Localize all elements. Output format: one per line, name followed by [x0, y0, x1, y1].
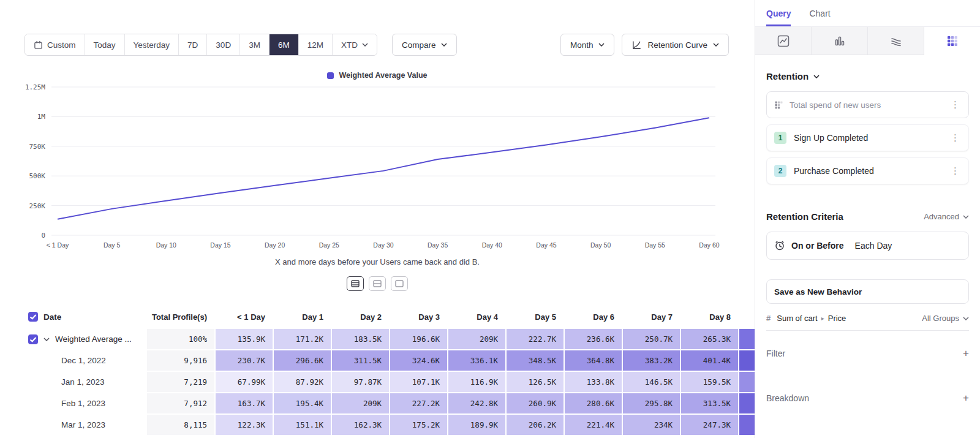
retention-value-cell-partial [739, 393, 755, 413]
retention-curve-icon [631, 40, 642, 50]
save-as-new-behavior-button[interactable]: Save as New Behavior [766, 279, 969, 304]
svg-text:1.25M: 1.25M [25, 83, 45, 91]
behavior-grid-icon [774, 100, 783, 110]
density-medium-button[interactable] [369, 276, 386, 291]
step-2[interactable]: 2Purchase Completed⋮ [766, 157, 969, 184]
measure-row[interactable]: # Sum of cart ▸ Price All Groups [766, 306, 969, 331]
retention-value-cell: 196.6K [390, 329, 447, 349]
table-row: Weighted Average ...100%135.9K171.2K183.… [0, 329, 755, 349]
retention-value-cell: 265.3K [681, 329, 738, 349]
retention-value-cell: 247.3K [681, 415, 738, 435]
condition-period: Each Day [855, 241, 892, 251]
all-groups-dropdown[interactable]: All Groups [922, 314, 969, 323]
retention-value-cell-partial [739, 415, 755, 435]
svg-text:0: 0 [41, 232, 45, 240]
table-header-row: DateTotal Profile(s)< 1 DayDay 1Day 2Day… [0, 306, 755, 328]
collapse-row-icon[interactable] [43, 338, 50, 341]
chart-area: 0250K500K750K1M1.25M< 1 DayDay 5Day 10Da… [16, 81, 755, 266]
row-date-label: Jan 1, 2023 [61, 377, 105, 387]
retention-criteria-row: Retention Criteria Advanced [766, 211, 969, 222]
total-profiles-cell: 8,115 [147, 415, 214, 435]
granularity-label: Month [570, 40, 594, 50]
step-more-options-icon[interactable]: ⋮ [949, 132, 961, 143]
svg-text:Day 60: Day 60 [699, 241, 719, 249]
retention-value-cell: 209K [448, 329, 505, 349]
retention-value-cell: 67.99K [216, 372, 273, 392]
chart-type-insights[interactable] [755, 27, 812, 55]
retention-value-cell: 250.7K [623, 329, 680, 349]
toolbar: Custom TodayYesterday7D30D3M6M12MXTD Com… [24, 34, 729, 56]
density-large-button[interactable] [391, 276, 408, 291]
query-sidebar: Query Chart [755, 0, 980, 438]
range-30d-button[interactable]: 30D [206, 34, 239, 55]
date-range-group: Custom TodayYesterday7D30D3M6M12MXTD [24, 34, 377, 56]
row-date-cell: Mar 1, 2023 [0, 415, 146, 435]
breakdown-row: Breakdown + [766, 393, 969, 403]
row-date-label: Mar 1, 2023 [61, 420, 105, 429]
range-today-button[interactable]: Today [85, 34, 124, 55]
legend-swatch [327, 72, 334, 79]
retention-value-cell: 209K [332, 393, 389, 413]
filter-label: Filter [766, 349, 785, 358]
checkbox[interactable] [28, 334, 38, 344]
chart-type-flows[interactable] [868, 27, 924, 55]
retention-value-cell: 189.9K [448, 415, 505, 435]
behavior-more-options-icon[interactable]: ⋮ [949, 99, 961, 110]
retention-value-cell: 97.87K [332, 372, 389, 392]
total-profiles-cell: 9,916 [147, 350, 214, 371]
row-density-toggles [0, 276, 755, 291]
checkbox[interactable] [28, 312, 38, 322]
range-3m-button[interactable]: 3M [239, 34, 269, 55]
row-date-label: Weighted Average ... [55, 334, 132, 344]
retention-criteria-title: Retention Criteria [766, 211, 843, 222]
table-row: Mar 1, 20238,115122.3K151.1K162.3K175.2K… [0, 415, 755, 435]
range-7d-button[interactable]: 7D [178, 34, 206, 55]
svg-text:Day 35: Day 35 [428, 241, 448, 249]
row-date-cell: Feb 1, 2023 [0, 393, 146, 413]
add-filter-button[interactable]: + [963, 348, 969, 358]
retention-value-cell: 107.1K [390, 372, 447, 392]
svg-text:750K: 750K [29, 143, 46, 151]
range-12m-button[interactable]: 12M [298, 34, 332, 55]
table-row: Feb 1, 20237,912163.7K195.4K209K227.2K24… [0, 393, 755, 413]
retention-value-cell: 401.4K [681, 350, 738, 371]
table-row: Dec 1, 20229,916230.7K296.6K311.5K324.6K… [0, 350, 755, 371]
chart-type-retention[interactable] [924, 27, 980, 55]
chart-type-button[interactable]: Retention Curve [622, 34, 729, 56]
retention-value-cell: 133.8K [565, 372, 622, 392]
range-custom-button[interactable]: Custom [25, 34, 85, 55]
retention-section-title: Retention [766, 71, 809, 81]
column-header: Day 2 [332, 306, 389, 328]
tab-query[interactable]: Query [766, 0, 791, 26]
retention-value-cell: 206.2K [507, 415, 564, 435]
range-xtd-button[interactable]: XTD [332, 34, 377, 55]
granularity-button[interactable]: Month [560, 34, 615, 56]
retention-section-header[interactable]: Retention [766, 71, 969, 81]
chevron-down-icon [813, 75, 820, 78]
behavior-card[interactable]: Total spend of new users ⋮ [766, 91, 969, 118]
retention-value-cell: 336.1K [448, 350, 505, 371]
add-breakdown-button[interactable]: + [963, 393, 969, 403]
retention-value-cell: 311.5K [332, 350, 389, 371]
chart-type-bar[interactable] [812, 27, 868, 55]
chart-legend: Weighted Average Value [0, 71, 755, 80]
row-date-label: Feb 1, 2023 [61, 399, 105, 408]
density-compact-button[interactable] [347, 276, 364, 291]
breadcrumb-arrow-icon: ▸ [821, 315, 824, 322]
chart-caption: X and more days before your Users came b… [16, 257, 739, 266]
column-header: Total Profile(s) [147, 306, 214, 328]
compare-button[interactable]: Compare [392, 34, 458, 56]
retention-condition-card[interactable]: On or Before Each Day [766, 232, 969, 260]
advanced-dropdown[interactable]: Advanced [924, 212, 969, 221]
step-1[interactable]: 1Sign Up Completed⋮ [766, 124, 969, 151]
svg-text:Day 40: Day 40 [482, 241, 502, 249]
range-yesterday-button[interactable]: Yesterday [124, 34, 179, 55]
retention-report-app: Custom TodayYesterday7D30D3M6M12MXTD Com… [0, 0, 980, 438]
step-more-options-icon[interactable]: ⋮ [949, 165, 961, 176]
retention-value-cell: 324.6K [390, 350, 447, 371]
range-6m-button[interactable]: 6M [269, 34, 298, 55]
retention-value-cell: 260.9K [507, 393, 564, 413]
svg-text:1M: 1M [37, 113, 46, 121]
tab-chart[interactable]: Chart [809, 0, 830, 26]
all-groups-label: All Groups [922, 314, 959, 323]
